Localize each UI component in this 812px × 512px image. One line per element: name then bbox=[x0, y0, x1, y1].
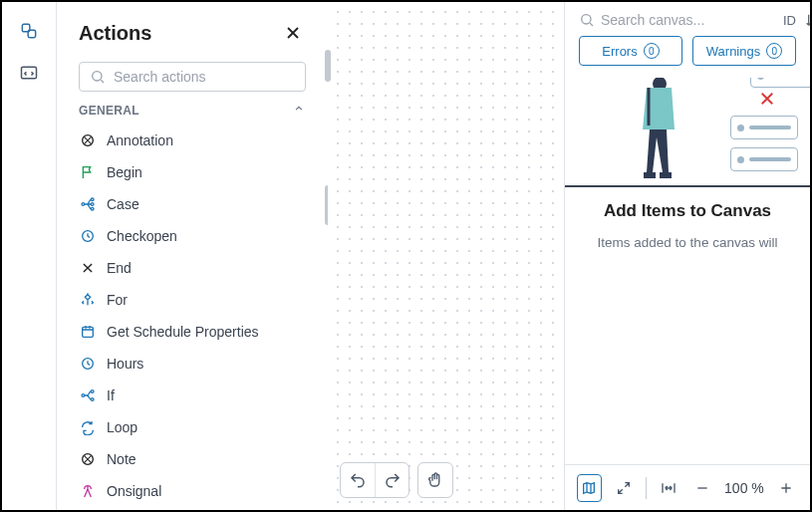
action-item-label: Loop bbox=[107, 419, 137, 435]
tab-warnings[interactable]: Warnings 0 bbox=[692, 36, 796, 66]
warnings-count-badge: 0 bbox=[766, 43, 782, 59]
action-item-for[interactable]: For bbox=[67, 284, 318, 316]
annotation-icon bbox=[79, 450, 97, 468]
search-icon bbox=[579, 12, 595, 28]
fullscreen-button[interactable] bbox=[612, 474, 636, 502]
card-skeleton-icon bbox=[730, 116, 798, 139]
right-panel: ID Errors 0 Warnings 0 bbox=[564, 2, 810, 510]
sort-button[interactable] bbox=[804, 12, 812, 28]
actions-search[interactable] bbox=[79, 62, 306, 92]
rail-components-button[interactable] bbox=[14, 16, 44, 46]
zoom-level: 100 % bbox=[724, 480, 764, 496]
tab-warnings-label: Warnings bbox=[706, 44, 760, 59]
flag-icon bbox=[79, 163, 97, 181]
rail-code-button[interactable] bbox=[14, 58, 44, 88]
actions-group-header[interactable]: GENERAL bbox=[57, 98, 328, 123]
action-item-get-schedule-properties[interactable]: Get Schedule Properties bbox=[67, 316, 318, 348]
svg-point-5 bbox=[82, 203, 85, 206]
tab-errors[interactable]: Errors 0 bbox=[579, 36, 682, 66]
person-icon bbox=[617, 78, 686, 187]
fit-width-icon bbox=[660, 480, 677, 496]
code-icon bbox=[19, 63, 39, 83]
left-rail bbox=[2, 2, 57, 510]
canvas-toolbar bbox=[340, 462, 453, 498]
pan-button[interactable] bbox=[418, 463, 452, 497]
empty-state-subtitle: Items added to the canvas will bbox=[565, 235, 810, 250]
action-item-onsignal[interactable]: Onsignal bbox=[67, 475, 318, 507]
action-item-label: Case bbox=[107, 196, 139, 212]
shapes-icon bbox=[19, 21, 39, 41]
tab-errors-label: Errors bbox=[602, 44, 637, 59]
minimap-button[interactable] bbox=[577, 474, 602, 502]
action-item-label: Get Schedule Properties bbox=[107, 324, 259, 340]
canvas[interactable] bbox=[328, 2, 564, 510]
signal-icon bbox=[79, 482, 97, 500]
action-item-case[interactable]: Case bbox=[67, 188, 318, 220]
diamond-arrows-icon bbox=[79, 291, 97, 309]
action-item-label: Note bbox=[107, 451, 136, 467]
calendar-icon bbox=[79, 323, 97, 341]
empty-state-title: Add Items to Canvas bbox=[565, 201, 810, 221]
card-skeleton-icon bbox=[730, 147, 798, 171]
fit-width-button[interactable] bbox=[657, 474, 680, 502]
svg-point-7 bbox=[91, 203, 94, 206]
actions-group-label: GENERAL bbox=[79, 104, 139, 118]
svg-point-6 bbox=[91, 198, 94, 201]
close-actions-button[interactable] bbox=[280, 20, 306, 46]
svg-point-12 bbox=[82, 394, 85, 397]
minus-icon bbox=[694, 480, 710, 496]
svg-rect-2 bbox=[22, 67, 37, 79]
action-item-label: Hours bbox=[107, 356, 143, 372]
redo-icon bbox=[384, 471, 402, 489]
redo-button[interactable] bbox=[375, 463, 408, 497]
sort-icon bbox=[804, 12, 812, 28]
loop-icon bbox=[79, 418, 97, 436]
right-panel-body: Add Items to Canvas Items added to the c… bbox=[565, 78, 810, 464]
svg-rect-10 bbox=[83, 327, 94, 337]
action-item-end[interactable]: End bbox=[67, 252, 318, 284]
undo-button[interactable] bbox=[341, 463, 375, 497]
annotation-icon bbox=[79, 131, 97, 149]
errors-count-badge: 0 bbox=[644, 43, 660, 59]
action-item-checkopen[interactable]: Checkopen bbox=[67, 220, 318, 252]
action-item-label: Begin bbox=[107, 164, 142, 180]
action-item-if[interactable]: If bbox=[67, 380, 318, 411]
action-item-note[interactable]: Note bbox=[67, 443, 318, 475]
actions-search-input[interactable] bbox=[114, 69, 295, 85]
plus-icon bbox=[778, 480, 794, 496]
empty-state-illustration bbox=[565, 78, 810, 187]
svg-point-8 bbox=[91, 207, 94, 210]
action-item-loop[interactable]: Loop bbox=[67, 411, 318, 443]
action-item-hours[interactable]: Hours bbox=[67, 348, 318, 380]
action-item-annotation[interactable]: Annotation bbox=[67, 125, 318, 156]
actions-list: Annotation Begin Case Checkopen bbox=[57, 123, 328, 510]
canvas-search[interactable] bbox=[579, 12, 775, 28]
svg-point-3 bbox=[93, 72, 102, 81]
action-item-label: Annotation bbox=[107, 132, 173, 148]
svg-point-13 bbox=[91, 390, 94, 393]
id-toggle[interactable]: ID bbox=[783, 13, 796, 28]
search-icon bbox=[90, 69, 106, 85]
undo-icon bbox=[349, 471, 367, 489]
svg-point-14 bbox=[91, 398, 94, 401]
action-item-begin[interactable]: Begin bbox=[67, 156, 318, 188]
zoom-in-button[interactable] bbox=[774, 474, 798, 502]
chevron-up-icon bbox=[292, 102, 306, 119]
svg-point-16 bbox=[582, 15, 591, 24]
clock-icon bbox=[79, 355, 97, 373]
canvas-scrollbar[interactable] bbox=[325, 50, 331, 82]
zoom-out-button[interactable] bbox=[690, 474, 714, 502]
action-item-label: If bbox=[107, 387, 115, 403]
right-panel-footer: 100 % bbox=[565, 464, 810, 510]
card-skeleton-icon bbox=[750, 78, 810, 88]
action-item-label: Onsignal bbox=[107, 483, 161, 499]
canvas-search-input[interactable] bbox=[601, 12, 775, 28]
divider bbox=[646, 477, 647, 499]
branch-icon bbox=[79, 195, 97, 213]
branch2-icon bbox=[79, 386, 97, 404]
close-icon bbox=[283, 23, 303, 43]
actions-title: Actions bbox=[79, 22, 151, 45]
map-icon bbox=[581, 480, 597, 496]
expand-icon bbox=[616, 480, 632, 496]
action-item-label: Checkopen bbox=[107, 228, 177, 244]
